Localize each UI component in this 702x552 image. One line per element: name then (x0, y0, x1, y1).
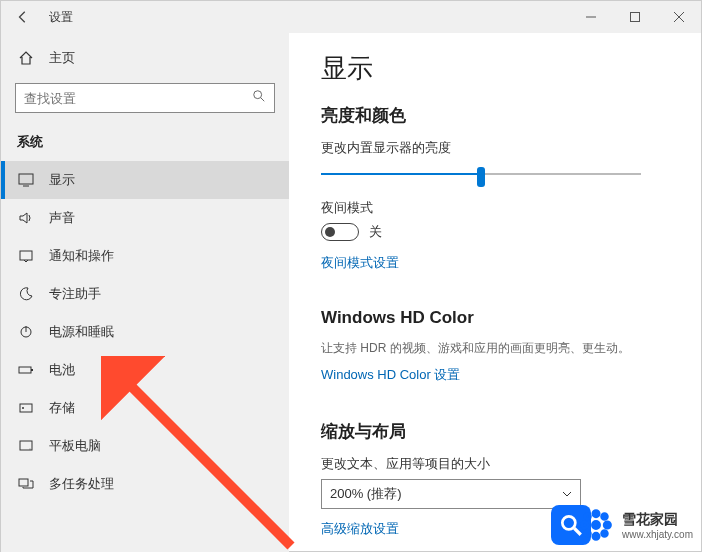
hd-settings-link[interactable]: Windows HD Color 设置 (321, 366, 460, 384)
nav-item-label: 存储 (49, 399, 75, 417)
nav-item-tablet[interactable]: 平板电脑 (1, 427, 289, 465)
svg-point-23 (585, 514, 591, 520)
svg-point-24 (602, 514, 608, 520)
svg-point-2 (254, 91, 262, 99)
nav-item-label: 平板电脑 (49, 437, 101, 455)
svg-point-20 (593, 533, 599, 539)
svg-rect-6 (20, 251, 32, 260)
tablet-icon (17, 437, 35, 455)
hd-heading: Windows HD Color (321, 308, 677, 328)
sidebar: 主页 系统 显示 声音 通知和操作 (1, 33, 289, 552)
page-title: 显示 (321, 51, 677, 86)
svg-point-25 (585, 531, 591, 537)
svg-point-17 (562, 516, 575, 529)
nav-item-label: 通知和操作 (49, 247, 114, 265)
speaker-icon (17, 209, 35, 227)
content-pane: 显示 亮度和颜色 更改内置显示器的亮度 夜间模式 关 夜间模式设置 Window… (289, 33, 701, 552)
power-icon (17, 323, 35, 341)
search-input[interactable] (24, 91, 252, 106)
nav-item-battery[interactable]: 电池 (1, 351, 289, 389)
notification-icon (17, 247, 35, 265)
home-icon (17, 49, 35, 67)
night-mode-state: 关 (369, 223, 382, 241)
nav-item-power[interactable]: 电源和睡眠 (1, 313, 289, 351)
scale-label: 更改文本、应用等项目的大小 (321, 455, 677, 473)
moon-icon (17, 285, 35, 303)
svg-rect-9 (19, 367, 31, 373)
night-mode-settings-link[interactable]: 夜间模式设置 (321, 254, 399, 272)
snowflake-icon (576, 505, 616, 545)
brightness-slider[interactable] (321, 163, 641, 185)
minimize-button[interactable] (569, 1, 613, 33)
svg-rect-1 (631, 13, 640, 22)
home-label: 主页 (49, 49, 75, 67)
svg-rect-15 (19, 479, 28, 486)
svg-line-3 (261, 98, 265, 102)
watermark-url: www.xhjaty.com (622, 529, 693, 540)
monitor-icon (17, 171, 35, 189)
hd-desc: 让支持 HDR 的视频、游戏和应用的画面更明亮、更生动。 (321, 340, 677, 357)
nav-item-multitask[interactable]: 多任务处理 (1, 465, 289, 503)
back-button[interactable] (1, 1, 45, 33)
nav-item-label: 电源和睡眠 (49, 323, 114, 341)
search-icon (252, 89, 266, 107)
scale-heading: 缩放与布局 (321, 420, 677, 443)
nav-item-label: 多任务处理 (49, 475, 114, 493)
nav-item-notifications[interactable]: 通知和操作 (1, 237, 289, 275)
watermark-title: 雪花家园 (622, 511, 693, 529)
brightness-heading: 亮度和颜色 (321, 104, 677, 127)
svg-point-22 (604, 522, 610, 528)
window-title: 设置 (49, 9, 73, 26)
night-mode-label: 夜间模式 (321, 199, 677, 217)
search-box[interactable] (15, 83, 275, 113)
multitask-icon (17, 475, 35, 493)
nav-item-label: 专注助手 (49, 285, 101, 303)
svg-point-21 (582, 522, 588, 528)
titlebar: 设置 (1, 1, 701, 33)
home-link[interactable]: 主页 (1, 41, 289, 75)
chevron-down-icon (562, 487, 572, 502)
svg-rect-10 (31, 369, 33, 371)
slider-fill (321, 173, 481, 175)
nav-item-label: 电池 (49, 361, 75, 379)
advanced-scale-link[interactable]: 高级缩放设置 (321, 520, 399, 538)
scale-dropdown[interactable]: 200% (推荐) (321, 479, 581, 509)
brightness-label: 更改内置显示器的亮度 (321, 139, 677, 157)
svg-point-19 (593, 511, 599, 517)
battery-icon (17, 361, 35, 379)
maximize-button[interactable] (613, 1, 657, 33)
night-mode-toggle[interactable] (321, 223, 359, 241)
nav-item-sound[interactable]: 声音 (1, 199, 289, 237)
close-button[interactable] (657, 1, 701, 33)
nav-item-label: 显示 (49, 171, 75, 189)
storage-icon (17, 399, 35, 417)
nav-item-display[interactable]: 显示 (1, 161, 289, 199)
slider-thumb[interactable] (477, 167, 485, 187)
watermark-xuehua: 雪花家园 www.xhjaty.com (576, 505, 693, 545)
nav-item-label: 声音 (49, 209, 75, 227)
svg-point-27 (593, 521, 600, 528)
svg-point-26 (602, 531, 608, 537)
svg-rect-4 (19, 174, 33, 184)
svg-rect-11 (20, 404, 32, 412)
nav-group-label: 系统 (1, 127, 289, 161)
scale-value: 200% (推荐) (330, 485, 402, 503)
svg-point-14 (30, 449, 31, 450)
nav-item-storage[interactable]: 存储 (1, 389, 289, 427)
nav-item-focus[interactable]: 专注助手 (1, 275, 289, 313)
svg-point-12 (22, 407, 24, 409)
